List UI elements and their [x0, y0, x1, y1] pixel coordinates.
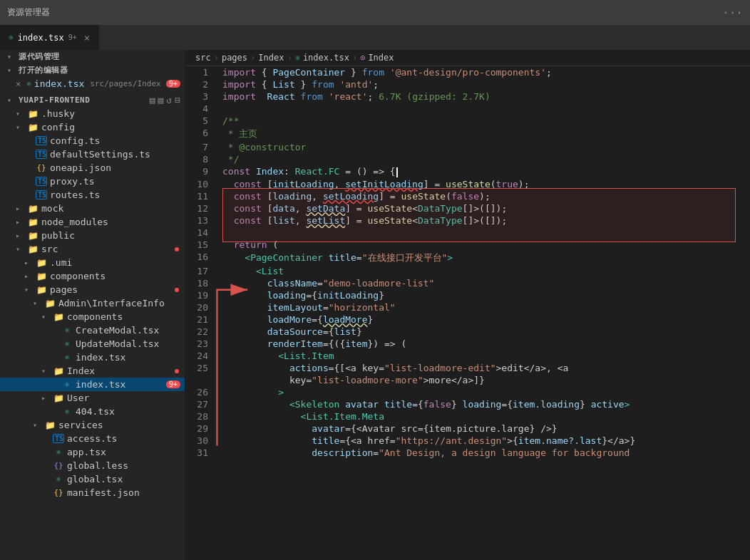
code-line-5: 5 /** — [185, 115, 750, 127]
code-line-11: 11 const [loading, setLoading] = useStat… — [185, 190, 750, 202]
tree-item-updatemodal[interactable]: ⚛ UpdateModal.tsx — [0, 337, 185, 351]
sidebar-section-editors[interactable]: 打开的编辑器 — [0, 63, 185, 77]
tree-item-mock[interactable]: 📁 mock — [0, 202, 185, 215]
tree-item-global-less[interactable]: {} global.less — [0, 459, 185, 472]
new-file-icon[interactable]: ▤ — [150, 95, 155, 105]
line-num-1: 1 — [185, 66, 220, 78]
line-content-1: import { PageContainer } from '@ant-desi… — [220, 66, 750, 78]
folder-name-admin-components: components — [67, 311, 123, 322]
tree-item-routes[interactable]: TS routes.ts — [0, 188, 185, 202]
line-content-11: const [loading, setLoading] = useState(f… — [220, 190, 750, 202]
code-line-10: 10 const [initLoading, setInitLoading] =… — [185, 178, 750, 190]
chevron-components-src — [24, 272, 33, 280]
tree-item-createmodal[interactable]: ⚛ CreateModal.tsx — [0, 323, 185, 337]
line-num-29: 29 — [185, 422, 220, 435]
tab-index-tsx[interactable]: ⚛ index.tsx 9+ × — [0, 25, 99, 50]
tree-item-defaultsettings[interactable]: TS defaultSettings.ts — [0, 147, 185, 161]
ts-icon-config: TS — [36, 136, 47, 145]
line-content-18: className="demo-loadmore-list" — [220, 277, 750, 289]
sidebar-project-header[interactable]: YUAPI-FRONTEND ▤ ▤ ↺ ⊟ — [0, 93, 185, 107]
line-num-25b — [185, 374, 220, 386]
title-bar: 资源管理器 ··· — [0, 0, 750, 25]
tree-item-config[interactable]: 📁 config — [0, 120, 185, 134]
tree-item-admin-index[interactable]: ⚛ index.tsx — [0, 351, 185, 364]
line-num-24: 24 — [185, 350, 220, 362]
tree-item-services[interactable]: 📁 services — [0, 418, 185, 432]
file-name-createmodal: CreateModal.tsx — [76, 325, 159, 336]
title-bar-more[interactable]: ··· — [722, 6, 743, 19]
chevron-source — [7, 53, 16, 61]
tree-item-index-tsx-active[interactable]: ⚛ index.tsx 9+ — [0, 378, 185, 391]
open-editor-item[interactable]: × ⚛ index.tsx src/pages/Index 9+ — [0, 77, 185, 90]
tree-item-404[interactable]: ⚛ 404.tsx — [0, 405, 185, 418]
tree-item-config-ts[interactable]: TS config.ts — [0, 134, 185, 147]
line-content-12: const [data, setData] = useState<DataTyp… — [220, 202, 750, 214]
tree-item-global-tsx[interactable]: ⚛ global.tsx — [0, 472, 185, 486]
code-line-21: 21 loadMore={loadMore} — [185, 313, 750, 326]
file-name-manifest: manifest.json — [67, 487, 140, 498]
open-editor-path: src/pages/Index — [90, 79, 160, 88]
line-content-22: dataSource={list} — [220, 326, 750, 338]
refresh-icon[interactable]: ↺ — [166, 95, 172, 105]
tab-close-button[interactable]: × — [84, 32, 90, 43]
chevron-index-folder — [41, 367, 50, 375]
code-line-25b: key="list-loadmore-more">more</a>]} — [185, 374, 750, 386]
code-line-16: 16 <PageContainer title="在线接口开发平台"> — [185, 251, 750, 265]
code-editor[interactable]: 1 import { PageContainer } from '@ant-de… — [185, 66, 750, 560]
line-content-29: avatar={<Avatar src={item.picture.large}… — [220, 422, 750, 435]
line-num-22: 22 — [185, 326, 220, 338]
file-name-defaultsettings: defaultSettings.ts — [50, 149, 150, 160]
line-num-15: 15 — [185, 239, 220, 251]
line-num-16: 16 — [185, 251, 220, 265]
tree-item-access-ts[interactable]: TS access.ts — [0, 432, 185, 445]
tsx-icon-admin-index: ⚛ — [61, 353, 73, 362]
tree-item-user[interactable]: 📁 User — [0, 391, 185, 405]
tree-item-public[interactable]: 📁 public — [0, 229, 185, 242]
tree-item-umi[interactable]: 📁 .umi — [0, 256, 185, 269]
tab-bar: ⚛ index.tsx 9+ × — [0, 25, 750, 50]
code-line-25: 25 actions={[<a key="list-loadmore-edit"… — [185, 362, 750, 374]
collapse-icon[interactable]: ⊟ — [175, 95, 180, 105]
bc-file: index.tsx — [303, 53, 349, 63]
tree-item-app-tsx[interactable]: ⚛ app.tsx — [0, 445, 185, 459]
tsx-icon-index-active: ⚛ — [61, 380, 73, 389]
code-line-23: 23 renderItem={({item}) => ( — [185, 338, 750, 350]
line-num-30: 30 — [185, 435, 220, 447]
tree-item-pages[interactable]: 📁 pages — [0, 283, 185, 296]
code-line-14: 14 — [185, 227, 750, 239]
folder-icon-mock: 📁 — [27, 204, 38, 214]
tree-item-admin-components[interactable]: 📁 components — [0, 310, 185, 323]
editor-close-icon[interactable]: × — [16, 79, 21, 89]
line-num-8: 8 — [185, 153, 220, 165]
code-line-22: 22 dataSource={list} — [185, 326, 750, 338]
tree-item-admin-interfaceinfo[interactable]: 📁 Admin\InterfaceInfo — [0, 296, 185, 310]
tree-item-husky[interactable]: 📁 .husky — [0, 107, 185, 120]
project-label: YUAPI-FRONTEND — [19, 95, 90, 105]
line-num-4: 4 — [185, 103, 220, 115]
tree-item-components-src[interactable]: 📁 components — [0, 269, 185, 283]
pages-dot-badge — [175, 288, 179, 292]
code-line-1: 1 import { PageContainer } from '@ant-de… — [185, 66, 750, 78]
code-line-28: 28 <List.Item.Meta — [185, 410, 750, 422]
tree-item-oneapi[interactable]: {} oneapi.json — [0, 161, 185, 175]
folder-icon-src: 📁 — [27, 244, 38, 254]
tree-item-manifest[interactable]: {} manifest.json — [0, 486, 185, 499]
src-dot-badge — [175, 247, 179, 252]
tree-item-index-folder[interactable]: 📁 Index — [0, 364, 185, 378]
line-num-12: 12 — [185, 202, 220, 214]
line-num-11: 11 — [185, 190, 220, 202]
folder-name-index: Index — [67, 365, 95, 376]
sidebar-section-source[interactable]: 源代码管理 — [0, 50, 185, 63]
tree-item-node-modules[interactable]: 📁 node_modules — [0, 215, 185, 229]
tree-item-src[interactable]: 📁 src — [0, 242, 185, 256]
code-line-4: 4 — [185, 103, 750, 115]
bc-sep3: › — [287, 53, 292, 63]
open-editor-tsx-icon: ⚛ — [26, 79, 31, 88]
new-folder-icon[interactable]: ▤ — [158, 95, 164, 105]
line-content-27: <Skeleton avatar title={false} loading={… — [220, 398, 750, 410]
code-line-19: 19 loading={initLoading} — [185, 289, 750, 301]
folder-icon-admin: 📁 — [44, 299, 56, 308]
line-content-24: <List.Item — [220, 350, 750, 362]
tree-item-proxy[interactable]: TS proxy.ts — [0, 175, 185, 188]
line-content-2: import { List } from 'antd'; — [220, 78, 750, 90]
